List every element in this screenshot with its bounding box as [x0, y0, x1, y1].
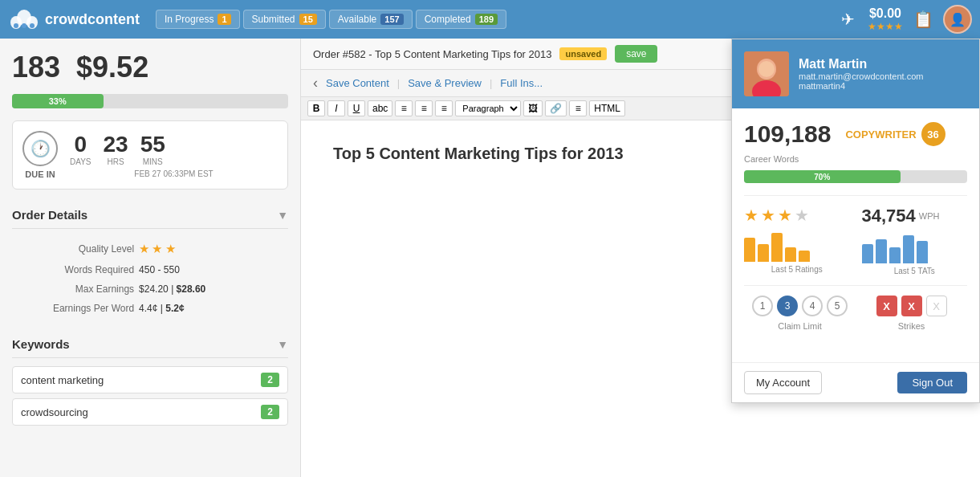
bar-blue-5 — [917, 241, 928, 263]
ratings-row: ★ ★ ★ ★ Last 5 Ratings 34,754 WPH — [744, 195, 967, 286]
career-label: Career Words — [744, 154, 967, 164]
keyword-badge-1: 2 — [261, 405, 279, 419]
keyword-item-1: crowdsourcing 2 — [12, 398, 288, 426]
words-required-row: Words Required 450 - 550 — [14, 261, 287, 279]
ratings-bar-chart — [744, 230, 850, 262]
user-avatar-btn[interactable]: 👤 — [943, 5, 972, 34]
order-details-header[interactable]: Order Details ▼ — [12, 202, 288, 229]
bar-blue-4 — [903, 235, 914, 263]
bar-gold-1 — [744, 238, 755, 262]
header-stars: ★★★★ — [868, 21, 903, 32]
align-center-btn[interactable]: ≡ — [415, 100, 433, 116]
claim-num-5: 5 — [827, 296, 848, 316]
strikes-col: X X X Strikes — [856, 296, 967, 331]
svg-point-9 — [758, 61, 775, 77]
order-details-table: Quality Level ★ ★ ★ Words Required 450 -… — [12, 237, 288, 319]
svg-point-3 — [14, 23, 18, 28]
strikes-label: Strikes — [856, 321, 967, 331]
due-days-label: DAYS — [70, 157, 91, 166]
insert-link-btn[interactable]: 🔗 — [545, 100, 567, 116]
list-btn[interactable]: ≡ — [569, 100, 587, 116]
earnings-per-word-row: Earnings Per Word 4.4¢ | 5.2¢ — [14, 300, 287, 317]
copywriter-label: COPYWRITER — [845, 128, 916, 141]
toolbar-sep-1: | — [397, 77, 400, 89]
svg-point-5 — [30, 23, 35, 28]
order-details-title: Order Details — [12, 208, 87, 222]
nav-tab-completed[interactable]: Completed 189 — [416, 10, 506, 29]
claim-row: 1 3 4 5 Claim Limit X X X Strikes — [744, 296, 967, 340]
save-button[interactable]: save — [615, 45, 657, 63]
word-count: 183 — [12, 51, 60, 84]
progress-text: 33% — [49, 96, 67, 106]
keywords-title: Keywords — [12, 337, 70, 351]
save-preview-btn[interactable]: Save & Preview — [408, 77, 482, 89]
max-earnings-row: Max Earnings $24.20 | $28.60 — [14, 280, 287, 298]
stats-row: 183 $9.52 — [12, 51, 288, 84]
rating-star-1: ★ — [744, 206, 758, 225]
strike-3: X — [926, 296, 947, 316]
earnings-per-word-value: 4.4¢ | 5.2¢ — [137, 300, 287, 317]
strike-2: X — [901, 296, 922, 316]
max-earnings-label: Max Earnings — [14, 280, 136, 298]
quality-level-value: ★ ★ ★ — [137, 238, 287, 259]
star-2: ★ — [152, 242, 162, 255]
rating-star-3: ★ — [778, 206, 792, 225]
due-mins-col: 55 MINS — [140, 132, 165, 166]
strikethrough-btn[interactable]: abc — [368, 100, 392, 116]
sidebar: 183 $9.52 33% 🕐 DUE IN 0 DAYS 23 — [0, 39, 301, 477]
nav-tab-inprogress[interactable]: In Progress 1 — [156, 10, 239, 29]
nav-tab-available[interactable]: Available 157 — [329, 10, 413, 29]
star-3: ★ — [165, 242, 176, 255]
html-btn[interactable]: HTML — [589, 100, 625, 116]
due-hrs-col: 23 HRS — [104, 132, 128, 166]
max-earnings-value: $24.20 | $28.60 — [137, 280, 287, 298]
profile-progress-bar: 70% — [744, 170, 967, 183]
words-required-value: 450 - 550 — [137, 261, 287, 279]
career-words: 109,188 — [744, 120, 831, 148]
profile-header: Matt Martin matt.martin@crowdcontent.com… — [732, 39, 979, 108]
my-account-button[interactable]: My Account — [744, 371, 822, 394]
profile-email: matt.martin@crowdcontent.com — [799, 71, 923, 81]
keyword-item-0: content marketing 2 — [12, 366, 288, 393]
sign-out-button[interactable]: Sign Out — [897, 372, 967, 393]
earnings-area: $0.00 ★★★★ — [868, 6, 903, 32]
due-days-num: 0 — [70, 132, 91, 157]
order-details-chevron: ▼ — [277, 209, 288, 222]
messages-icon[interactable]: 📋 — [911, 7, 935, 31]
svg-point-4 — [22, 23, 26, 28]
profile-footer: My Account Sign Out — [732, 362, 979, 402]
earnings-per-word-label: Earnings Per Word — [14, 300, 136, 317]
bar-blue-3 — [889, 247, 901, 263]
profile-username: mattmartin4 — [799, 81, 923, 91]
tats-chart-label: Last 5 TATs — [862, 267, 968, 275]
logo-area: crowdcontent — [8, 6, 140, 32]
nav-tab-submitted[interactable]: Submitted 15 — [243, 10, 326, 29]
keywords-header[interactable]: Keywords ▼ — [12, 331, 288, 358]
save-content-btn[interactable]: Save Content — [326, 77, 389, 89]
bar-gold-4 — [785, 247, 796, 262]
quality-level-row: Quality Level ★ ★ ★ — [14, 238, 287, 259]
italic-btn[interactable]: I — [327, 100, 345, 116]
paragraph-select[interactable]: Paragraph — [455, 100, 521, 116]
align-right-btn[interactable]: ≡ — [435, 100, 453, 116]
due-mins-num: 55 — [140, 132, 165, 157]
ratings-chart-label: Last 5 Ratings — [744, 265, 850, 274]
insert-image-btn[interactable]: 🖼 — [523, 100, 543, 116]
back-nav-btn[interactable]: ‹ — [313, 75, 318, 92]
keyword-text-1: crowdsourcing — [21, 406, 88, 418]
align-left-btn[interactable]: ≡ — [395, 100, 413, 116]
bar-gold-2 — [758, 244, 769, 262]
due-date: FEB 27 06:33PM EST — [70, 169, 278, 178]
bar-blue-1 — [862, 244, 873, 263]
underline-btn[interactable]: U — [348, 100, 365, 116]
notifications-icon[interactable]: ✈ — [836, 7, 860, 31]
claim-numbers: 1 3 4 5 — [744, 296, 856, 316]
ratings-col-right: 34,754 WPH Last 5 TATs — [862, 206, 968, 275]
keyword-badge-0: 2 — [261, 373, 279, 387]
bold-btn[interactable]: B — [307, 100, 325, 116]
earnings-display: $9.52 — [76, 51, 148, 84]
full-instructions-btn[interactable]: Full Ins... — [500, 77, 543, 89]
logo-text: crowdcontent — [45, 11, 140, 28]
due-hrs-label: HRS — [104, 157, 128, 166]
profile-progress-text: 70% — [814, 173, 830, 181]
